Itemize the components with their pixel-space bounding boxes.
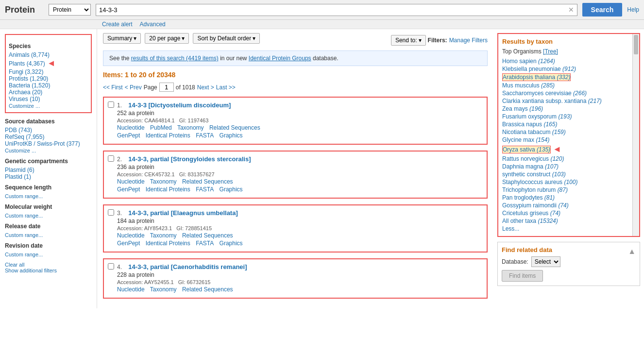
taxon-link-mus[interactable]: Mus musculus (502, 82, 540, 89)
taxon-link-all-other[interactable]: All other taxa (502, 218, 536, 224)
sidebar-item-viruses[interactable]: Viruses (10) (9, 96, 88, 102)
help-link[interactable]: Help (627, 6, 639, 13)
result-checkbox-2[interactable] (108, 155, 114, 162)
sidebar-item-bacteria[interactable]: Bacteria (1,520) (9, 82, 88, 89)
taxon-link-arabidopsis[interactable]: Arabidopsis thaliana (503, 74, 555, 81)
sidebar-item-pdb[interactable]: PDB (743) (5, 127, 92, 134)
send-to-button[interactable]: Send to: ▾ (391, 35, 426, 46)
taxon-link-homo[interactable]: Homo sapien (502, 58, 537, 65)
revision-date-custom[interactable]: Custom range... (5, 252, 43, 257)
graphics-link-2[interactable]: Graphics (220, 186, 243, 193)
genpept-link-1[interactable]: GenPept (117, 132, 140, 139)
sidebar-item-plastid[interactable]: Plastid (1) (5, 173, 92, 180)
first-page-link[interactable]: << First (103, 84, 123, 91)
taxon-link-clarkia[interactable]: Clarkia xantiana subsp. xantiana (502, 98, 586, 104)
nucleotide-link-4[interactable]: Nucleotide (117, 286, 145, 293)
taxon-link-rattus[interactable]: Rattus norvegicus (502, 155, 549, 162)
taxonomy-link-1[interactable]: Taxonomy (177, 124, 204, 131)
search-db-select[interactable]: Protein Gene Nucleotide PubMed (49, 4, 91, 16)
mol-weight-custom[interactable]: Custom range... (5, 213, 43, 219)
sidebar-item-plants[interactable]: Plants (4,367) ◄ (9, 58, 88, 68)
taxon-link-daphnia[interactable]: Daphnia magna (502, 163, 543, 170)
create-alert-link[interactable]: Create alert (102, 21, 133, 28)
search-button[interactable]: Search (582, 3, 623, 17)
sidebar-item-fungi[interactable]: Fungi (3,322) (9, 68, 88, 75)
result-title-4[interactable]: 14-3-3, partial [Caenorhabditis remanei] (128, 263, 247, 270)
less-link[interactable]: Less... (502, 225, 519, 232)
sidebar-item-archaea[interactable]: Archaea (20) (9, 89, 88, 96)
genpept-link-3[interactable]: GenPept (117, 240, 140, 247)
search-input[interactable] (96, 4, 565, 16)
taxon-link-zea[interactable]: Zea mays (502, 105, 528, 112)
taxonomy-link-3[interactable]: Taxonomy (150, 232, 177, 239)
taxon-link-gossypium[interactable]: Gossypium raimondii (502, 202, 557, 209)
fasta-link-1[interactable]: FASTA (196, 132, 214, 139)
identical-proteins-link-3[interactable]: Identical Proteins (146, 240, 190, 247)
taxon-link-fusarium[interactable]: Fusarium oxysporum (502, 113, 557, 120)
tree-link[interactable]: [Tree] (543, 48, 558, 55)
related-seq-link-2[interactable]: Related Sequences (182, 178, 233, 185)
taxon-link-klebsiella[interactable]: Klebsiella pneumoniae (502, 66, 561, 72)
graphics-link-1[interactable]: Graphics (220, 132, 243, 139)
clear-icon[interactable]: ✕ (565, 6, 577, 14)
related-seq-link-1[interactable]: Related Sequences (209, 124, 260, 131)
identical-protein-link[interactable]: Identical Protein Groups (249, 55, 311, 62)
taxon-link-nicotiana[interactable]: Nicotiana tabacum (502, 129, 550, 135)
taxon-link-cricetulus[interactable]: Cricetulus griseus (502, 210, 548, 217)
taxonomy-link-2[interactable]: Taxonomy (150, 178, 177, 185)
result-checkbox-4[interactable] (108, 263, 114, 270)
page-number-input[interactable] (159, 83, 174, 92)
result-title-2[interactable]: 14-3-3, partial [Strongyloides stercoral… (128, 155, 251, 163)
clear-all-link[interactable]: Clear all (5, 262, 92, 268)
taxon-link-glycine[interactable]: Glycine max (502, 136, 534, 143)
show-filters-link[interactable]: Show additional filters (5, 268, 92, 273)
result-title-3[interactable]: 14-3-3, partial [Elaeagnus umbellata] (128, 209, 237, 217)
sidebar-item-animals[interactable]: Animals (8,774) (9, 51, 88, 58)
sidebar-item-refseq[interactable]: RefSeq (7,955) (5, 134, 92, 140)
taxonomy-link-4[interactable]: Taxonomy (150, 286, 177, 293)
sidebar-item-plasmid[interactable]: Plasmid (6) (5, 167, 92, 173)
species-customize-link[interactable]: Customize ... (9, 103, 40, 109)
fasta-link-3[interactable]: FASTA (196, 240, 214, 247)
taxon-link-staph[interactable]: Staphylococcus aureus (502, 179, 562, 185)
find-items-button[interactable]: Find items (502, 270, 543, 282)
seq-length-custom[interactable]: Custom range... (5, 193, 43, 199)
related-seq-link-3[interactable]: Related Sequences (182, 232, 233, 239)
taxon-link-synthetic[interactable]: synthetic construct (502, 171, 550, 178)
find-related-collapse-icon[interactable]: ▲ (628, 247, 636, 256)
release-date-custom[interactable]: Custom range... (5, 232, 43, 238)
pubmed-link-1[interactable]: PubMed (150, 124, 172, 131)
manage-filters-link[interactable]: Manage Filters (449, 37, 488, 44)
sidebar-item-protists[interactable]: Protists (1,290) (9, 75, 88, 82)
nucleotide-link-2[interactable]: Nucleotide (117, 178, 145, 185)
taxon-link-brassica[interactable]: Brassica napus (502, 121, 542, 128)
source-db-customize-link[interactable]: Customize ... (5, 148, 36, 153)
sidebar-item-uniprotkb[interactable]: UniProtKB / Swiss-Prot (377) (5, 140, 92, 147)
result-title-1[interactable]: 14-3-3 [Dictyostelium discoideum] (128, 101, 231, 109)
result-checkbox-3[interactable] (108, 209, 114, 216)
last-page-link[interactable]: Last >> (216, 84, 236, 91)
result-checkbox-1[interactable] (108, 101, 114, 108)
database-select[interactable]: Select (531, 256, 560, 267)
taxon-link-tricho[interactable]: Trichophyton rubrum (502, 186, 556, 193)
per-page-button[interactable]: 20 per page ▾ (145, 33, 189, 44)
graphics-link-3[interactable]: Graphics (220, 240, 243, 247)
taxon-scrollbar[interactable] (632, 34, 639, 236)
genpept-link-2[interactable]: GenPept (117, 186, 140, 193)
sort-button[interactable]: Sort by Default order ▾ (193, 33, 260, 44)
nucleotide-link-1[interactable]: Nucleotide (117, 124, 145, 131)
related-seq-link-4[interactable]: Related Sequences (182, 286, 233, 293)
identical-proteins-link-1[interactable]: Identical Proteins (146, 132, 190, 139)
taxon-link-pan[interactable]: Pan troglodytes (502, 194, 542, 201)
nucleotide-link-3[interactable]: Nucleotide (117, 232, 145, 239)
advanced-link[interactable]: Advanced (139, 21, 165, 28)
summary-button[interactable]: Summary ▾ (103, 33, 141, 44)
next-page-link[interactable]: Next > (197, 84, 214, 91)
identical-proteins-link-2[interactable]: Identical Proteins (146, 186, 190, 193)
taxon-scrollbar-thumb[interactable] (634, 35, 638, 54)
prev-page-link[interactable]: < Prev (125, 84, 142, 91)
taxon-link-saccharomyces[interactable]: Saccharomyces cerevisiae (502, 90, 572, 97)
taxon-link-oryza[interactable]: Oryza sativa (503, 146, 535, 153)
fasta-link-2[interactable]: FASTA (196, 186, 214, 193)
search-results-link[interactable]: results of this search (4419 items) (131, 55, 219, 62)
